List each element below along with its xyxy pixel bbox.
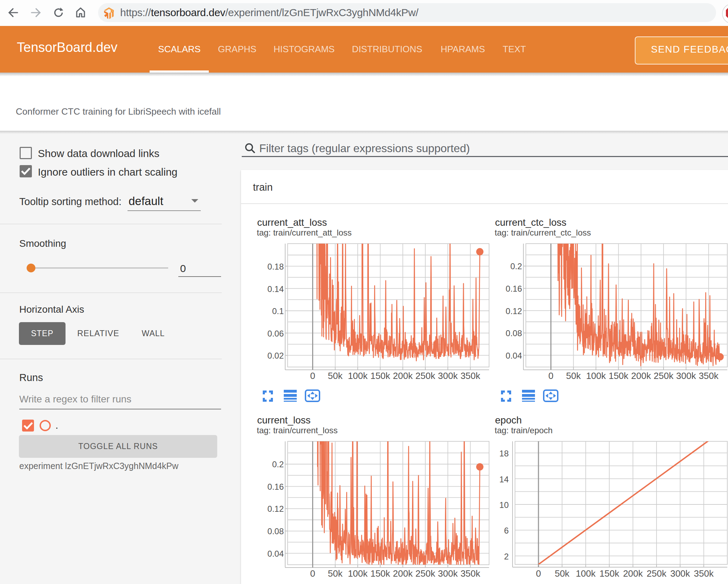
svg-text:0: 0 bbox=[548, 371, 553, 381]
svg-text:250k: 250k bbox=[654, 371, 674, 381]
svg-text:250k: 250k bbox=[647, 568, 667, 579]
svg-text:100k: 100k bbox=[348, 371, 368, 381]
svg-text:0.2: 0.2 bbox=[510, 262, 522, 271]
svg-text:350k: 350k bbox=[460, 371, 480, 381]
svg-text:0.16: 0.16 bbox=[506, 284, 522, 293]
svg-text:150k: 150k bbox=[370, 568, 390, 579]
svg-text:100k: 100k bbox=[586, 371, 606, 381]
svg-text:350k: 350k bbox=[694, 568, 714, 579]
svg-text:2: 2 bbox=[504, 552, 509, 561]
svg-text:0.04: 0.04 bbox=[506, 351, 522, 360]
svg-text:0.12: 0.12 bbox=[267, 504, 284, 514]
svg-text:0.1: 0.1 bbox=[272, 306, 284, 316]
svg-text:50k: 50k bbox=[328, 371, 343, 381]
svg-text:350k: 350k bbox=[699, 371, 719, 381]
svg-text:0.14: 0.14 bbox=[267, 284, 284, 294]
svg-text:300k: 300k bbox=[438, 568, 458, 579]
svg-text:300k: 300k bbox=[676, 371, 696, 381]
svg-text:0: 0 bbox=[310, 568, 315, 579]
svg-text:50k: 50k bbox=[566, 371, 581, 381]
svg-text:0.12: 0.12 bbox=[506, 306, 522, 316]
svg-text:50k: 50k bbox=[555, 568, 570, 579]
svg-text:350k: 350k bbox=[460, 568, 480, 579]
svg-text:250k: 250k bbox=[415, 568, 435, 579]
svg-text:0.02: 0.02 bbox=[267, 351, 284, 360]
svg-text:0: 0 bbox=[310, 371, 315, 381]
svg-text:200k: 200k bbox=[393, 371, 413, 381]
svg-text:150k: 150k bbox=[609, 371, 629, 381]
svg-text:6: 6 bbox=[504, 526, 509, 535]
svg-text:300k: 300k bbox=[438, 371, 458, 381]
svg-text:200k: 200k bbox=[623, 568, 643, 579]
svg-text:150k: 150k bbox=[599, 568, 619, 579]
svg-text:0.2: 0.2 bbox=[272, 460, 284, 469]
svg-text:18: 18 bbox=[499, 449, 509, 458]
svg-text:0.18: 0.18 bbox=[267, 262, 284, 271]
svg-text:100k: 100k bbox=[576, 568, 596, 579]
svg-text:0: 0 bbox=[536, 568, 541, 579]
svg-text:150k: 150k bbox=[370, 371, 390, 381]
svg-text:100k: 100k bbox=[348, 568, 368, 579]
svg-text:250k: 250k bbox=[415, 371, 435, 381]
svg-text:200k: 200k bbox=[631, 371, 651, 381]
svg-text:50k: 50k bbox=[328, 568, 343, 579]
svg-text:0.08: 0.08 bbox=[506, 328, 522, 338]
svg-text:0.16: 0.16 bbox=[267, 482, 284, 491]
svg-text:10: 10 bbox=[499, 500, 509, 510]
svg-text:14: 14 bbox=[499, 475, 509, 484]
svg-text:0.06: 0.06 bbox=[267, 329, 284, 338]
svg-text:0.08: 0.08 bbox=[267, 527, 284, 536]
svg-text:200k: 200k bbox=[393, 568, 413, 579]
svg-text:300k: 300k bbox=[670, 568, 690, 579]
svg-text:0.04: 0.04 bbox=[267, 549, 284, 558]
